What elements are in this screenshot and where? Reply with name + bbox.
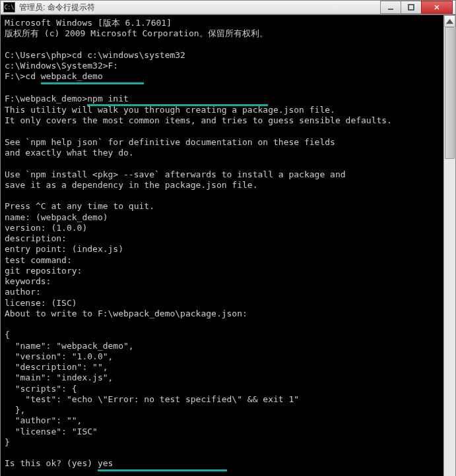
- line: c:\Windows\System32>F:: [5, 61, 118, 71]
- highlight-pad: [103, 71, 145, 84]
- cmd-icon: C:\: [3, 2, 15, 13]
- line: Use `npm install <pkg> --save` afterward…: [5, 169, 346, 179]
- line: C:\Users\php>cd c:\windows\system32: [5, 50, 185, 60]
- maximize-button[interactable]: [401, 1, 422, 14]
- line: version: (1.0.0): [5, 223, 87, 233]
- highlight-yes: yes: [98, 458, 113, 471]
- line: description:: [5, 233, 67, 243]
- line: name: (webpack_demo): [5, 212, 108, 222]
- vertical-scrollbar[interactable]: [443, 15, 455, 476]
- window-controls: [381, 1, 453, 14]
- window-title: 管理员: 命令行提示符: [19, 2, 381, 13]
- line: About to write to F:\webpack_demo\packag…: [5, 309, 247, 318]
- line: "test": "echo \"Error: no test specified…: [5, 394, 299, 404]
- line: "author": "",: [5, 415, 82, 425]
- scroll-up-button[interactable]: [444, 15, 455, 27]
- svg-marker-4: [446, 18, 453, 24]
- minimize-icon: [387, 4, 394, 11]
- line: keywords:: [5, 276, 51, 286]
- scroll-thumb[interactable]: [445, 27, 455, 159]
- line: "version": "1.0.0",: [5, 351, 113, 361]
- line: F:\webpack_demo>: [5, 94, 87, 104]
- highlight-pad: [113, 458, 226, 471]
- line: 版权所有 (c) 2009 Microsoft Corporation。保留所有…: [5, 28, 268, 38]
- line: "license": "ISC": [5, 427, 98, 436]
- line: license: (ISC): [5, 298, 77, 308]
- line: and exactly what they do.: [5, 148, 134, 158]
- scroll-track[interactable]: [444, 27, 455, 476]
- maximize-icon: [408, 4, 414, 11]
- chevron-up-icon: [445, 16, 455, 26]
- line: F:\>cd: [5, 71, 41, 81]
- terminal-area: Microsoft Windows [版本 6.1.7601] 版权所有 (c)…: [1, 15, 455, 476]
- close-icon: [434, 4, 440, 11]
- line: git repository:: [5, 266, 82, 276]
- terminal-output[interactable]: Microsoft Windows [版本 6.1.7601] 版权所有 (c)…: [1, 15, 443, 476]
- line: It only covers the most common items, an…: [5, 115, 392, 125]
- line: },: [5, 405, 25, 415]
- line: author:: [5, 287, 41, 297]
- cmd-window: C:\ 管理员: 命令行提示符 Microsoft Windows [版本 6.…: [0, 0, 456, 476]
- line: {: [5, 330, 10, 340]
- minimize-button[interactable]: [380, 1, 401, 14]
- highlight-webpack-demo: webpack_demo: [41, 71, 103, 84]
- line: test command:: [5, 255, 72, 265]
- line: See `npm help json` for definitive docum…: [5, 137, 335, 147]
- line: }: [5, 437, 10, 447]
- line: save it as a dependency in the package.j…: [5, 180, 258, 190]
- line: Press ^C at any time to quit.: [5, 201, 154, 211]
- line: entry point: (index.js): [5, 244, 123, 254]
- line: This utility will walk you through creat…: [5, 105, 335, 115]
- line: "name": "webpack_demo",: [5, 341, 134, 351]
- svg-rect-1: [408, 5, 414, 10]
- line: "scripts": {: [5, 384, 77, 394]
- line: Microsoft Windows [版本 6.1.7601]: [5, 18, 172, 28]
- line: "description": "",: [5, 362, 108, 372]
- close-button[interactable]: [421, 1, 453, 14]
- line: Is this ok? (yes): [5, 458, 98, 468]
- titlebar[interactable]: C:\ 管理员: 命令行提示符: [1, 1, 455, 15]
- line: "main": "index.js",: [5, 372, 113, 382]
